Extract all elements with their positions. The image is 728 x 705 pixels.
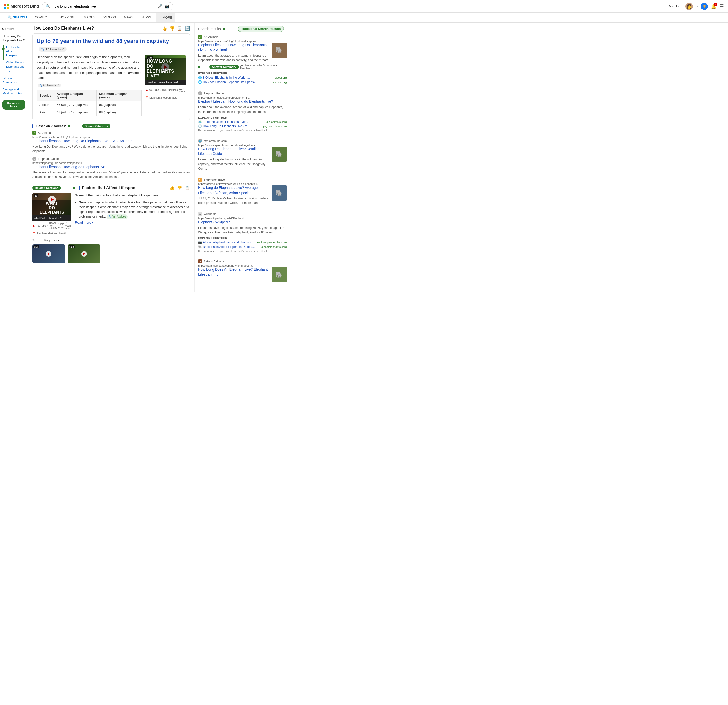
share-button[interactable]: 🔄 xyxy=(185,26,190,31)
az-result-title[interactable]: Elephant Lifespan: How Long Do Elephants… xyxy=(198,43,269,52)
az-result-favicon: A xyxy=(198,35,202,39)
answer-source-tag[interactable]: 🐾 AZ Animals +1 xyxy=(39,47,66,52)
logo-area: Microsoft Bing xyxy=(4,4,39,9)
factor-play-btn[interactable] xyxy=(48,196,56,203)
result-wikipedia: W Wikipedia https://en.wikipedia.org/wik… xyxy=(198,212,287,256)
answer-source-tag2[interactable]: 🐾 AZ Animals +1 xyxy=(38,84,61,87)
tab-maps[interactable]: MAPS xyxy=(120,13,137,22)
explore-link-wp-1[interactable]: 📷 African elephant, facts and photos -..… xyxy=(198,241,253,244)
factor-content: 12 WHATDOELEPHANTS What Do Elephants Eat… xyxy=(32,193,190,235)
source-link-az[interactable]: Elephant Lifespan: How Long Do Elephants… xyxy=(32,139,132,143)
result-az-domain: A AZ Animals xyxy=(198,35,287,39)
sidebar-item-factors[interactable]: Factors that Affect Lifespan xyxy=(6,44,26,58)
factor-channel-name: Travel For Wildlife xyxy=(49,222,57,230)
hamburger-menu[interactable]: ☰ xyxy=(719,3,724,9)
answer-summary-badge[interactable]: Answer Summary xyxy=(209,65,239,69)
answer-video[interactable]: 0:58 HOW LONGDOELEPHANTSLIVE? How long d… xyxy=(145,55,186,99)
source-citations-badge[interactable]: Source Citations xyxy=(82,124,110,128)
wp-favicon: W xyxy=(198,212,202,216)
factor-caption-text: Elephant diet and health xyxy=(37,232,66,235)
avatar[interactable]: 👩 xyxy=(685,3,693,10)
thumbs-up-button[interactable]: 👍 xyxy=(162,26,167,31)
support-video-1[interactable]: 0:33 xyxy=(32,244,65,263)
copy-button[interactable]: 📋 xyxy=(177,26,182,31)
vet-advices-tag[interactable]: 🐾 Vet Advices xyxy=(107,215,128,219)
thumbs-down-button[interactable]: 👎 xyxy=(170,26,175,31)
mic-button[interactable]: 🎤 xyxy=(157,4,162,9)
sources-bar: Based on 2 sources: Source Citations xyxy=(32,124,190,128)
factor-yt-icon: ▶ xyxy=(33,224,35,228)
explore-link-1-1[interactable]: 🌐 8 Oldest Elephants in the World -... xyxy=(198,76,250,79)
tab-copilot[interactable]: COPILOT xyxy=(31,13,53,22)
sidebar-item-comparison[interactable]: Lifespan Comparison ... xyxy=(2,75,26,85)
ef-result-title[interactable]: How Long Do Elephants Live? Detailed Lif… xyxy=(198,147,269,156)
tab-more-label: MORE xyxy=(163,16,172,19)
factors-copy[interactable]: 📋 xyxy=(185,186,190,190)
explore-source-wp-1: nationalgeographic.com xyxy=(257,241,287,244)
sidebar-item-how-long[interactable]: How Long Do Elephants Live? xyxy=(2,33,26,43)
read-more-button[interactable]: Read more ▾ xyxy=(75,221,94,224)
col-species: Species xyxy=(37,90,54,101)
explore-text-wp-2: Basic Facts About Elephants - Globa... xyxy=(203,245,255,248)
camera-button[interactable]: 📷 xyxy=(164,4,169,9)
source-snippet-eg: The average lifespan of an elephant in t… xyxy=(32,170,190,179)
source-link-eg[interactable]: Elephant Lifespan: How long do Elephants… xyxy=(32,165,107,169)
explore-2-1: 🗺️ 12 of the Oldest Elephants Ever... a-… xyxy=(198,120,287,124)
st-result-title[interactable]: How long do Elephants Live? Average Life… xyxy=(198,186,269,195)
tab-search[interactable]: 🔍 SEARCH xyxy=(4,13,30,22)
eg-result-title[interactable]: Elephant Lifespan: How long do Elephants… xyxy=(198,99,287,104)
traditional-search-badge[interactable]: Traditional Search Results xyxy=(238,26,284,32)
support-play-btn-1[interactable] xyxy=(46,251,52,257)
sidebar-item-average[interactable]: Average and Maximum Lifes... xyxy=(2,86,26,97)
microsoft-logo xyxy=(4,4,9,9)
result-st-domain: ST Storyteller Travel xyxy=(198,177,287,182)
source-item-eg: E Elephant Guide https://elephantguide.c… xyxy=(32,157,190,179)
support-video-2[interactable]: 5:22 xyxy=(68,244,100,263)
tab-shopping[interactable]: SHOPPING xyxy=(54,13,78,22)
result-ef-domain: 🌐 explorefauna.com xyxy=(198,139,287,143)
source-domain-az: A AZ Animals xyxy=(32,131,190,135)
nav-tabs: 🔍 SEARCH COPILOT SHOPPING IMAGES VIDEOS … xyxy=(0,13,728,23)
explore-wp-2: 🐘 Basic Facts About Elephants - Globa...… xyxy=(198,245,287,248)
tab-news[interactable]: NEWS xyxy=(138,13,155,22)
search-input[interactable] xyxy=(52,4,155,8)
lifespan-table: Species Average Lifespan (years) Maximum… xyxy=(37,90,142,116)
explore-text-2-2: How Long Do Elephants Live - M... xyxy=(203,124,250,128)
document-index-button[interactable]: Document Index xyxy=(2,100,26,110)
az-domain-name: AZ Animals xyxy=(204,35,218,38)
explore-link-2-1[interactable]: 🗺️ 12 of the Oldest Elephants Ever... xyxy=(198,120,248,124)
result-wp-domain: W Wikipedia xyxy=(198,212,287,216)
reward-icon[interactable]: 🏆 xyxy=(701,3,708,10)
factor-intro: Some of the main factors that affect ele… xyxy=(75,193,190,198)
factor-pin-icon: 📍 xyxy=(32,232,36,235)
support-play-btn-2[interactable] xyxy=(81,251,87,257)
col-avg: Average Lifespan (years) xyxy=(54,90,97,101)
notifications-button[interactable]: 🔔 2 xyxy=(711,4,716,9)
tab-images[interactable]: IMAGES xyxy=(79,13,99,22)
video-views: 2.2K views xyxy=(179,87,185,93)
video-caption: 📍 Elephant lifespan facts xyxy=(145,96,186,99)
factors-thumbs-down[interactable]: 👎 xyxy=(177,186,182,190)
wp-result-title[interactable]: Elephant - Wikipedia xyxy=(198,220,287,225)
explore-link-1-2[interactable]: 🌐 Do Zoos Shorten Elephant Life Spans? xyxy=(198,80,256,84)
tab-maps-label: MAPS xyxy=(124,15,133,19)
col-max: Maximum Lifespan (years) xyxy=(97,90,142,101)
camera-icon: 📷 xyxy=(198,241,202,244)
search-bar[interactable]: 🔍 🎤 📷 xyxy=(42,2,173,10)
explore-link-wp-2[interactable]: 🐘 Basic Facts About Elephants - Globa... xyxy=(198,245,255,248)
recommended-2: Recommended to you based on what's popul… xyxy=(198,129,287,132)
eg-domain-name: Elephant Guide xyxy=(204,92,224,95)
factors-thumbs-up[interactable]: 👍 xyxy=(170,186,175,190)
source-domain-eg: E Elephant Guide xyxy=(32,157,190,161)
az-icon2: 🐾 xyxy=(39,84,42,87)
explore-link-2-2[interactable]: 🕐 How Long Do Elephants Live - M... xyxy=(198,124,250,128)
tab-more[interactable]: ⋮ MORE xyxy=(156,13,175,22)
related-sections-badge[interactable]: Related Sections xyxy=(32,186,61,190)
chevron-down-icon: ▾ xyxy=(92,221,94,224)
tab-news-label: NEWS xyxy=(142,15,151,19)
sa-result-title[interactable]: How Long Does An Elephant Live? Elephant… xyxy=(198,267,269,277)
tab-videos[interactable]: VIDEOS xyxy=(100,13,119,22)
logo-sq-red xyxy=(4,4,6,6)
factor-video[interactable]: 12 WHATDOELEPHANTS What Do Elephants Eat… xyxy=(32,193,71,235)
sidebar-item-oldest[interactable]: Oldest Known Elephants and T... xyxy=(6,59,26,74)
